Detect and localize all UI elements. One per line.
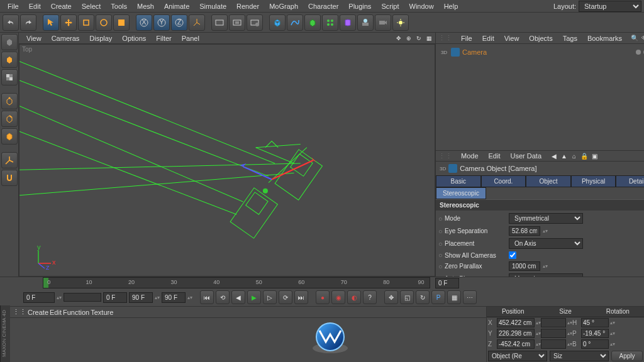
vp-menu-cameras[interactable]: Cameras (47, 33, 85, 43)
obj-menu-file[interactable]: File (457, 33, 476, 43)
object-tree[interactable]: 3D Camera (436, 44, 644, 151)
texture-mode[interactable] (1, 69, 18, 85)
grip-icon[interactable]: ⋮⋮ (438, 34, 452, 42)
tab-object[interactable]: Object (526, 175, 571, 187)
render-view[interactable] (211, 14, 228, 31)
x-axis-lock[interactable]: X (136, 14, 152, 31)
new-window-icon[interactable]: ▣ (591, 152, 598, 160)
menu-plugins[interactable]: Plugins (343, 1, 376, 11)
polygon-mode[interactable] (1, 128, 18, 145)
apply-button[interactable]: Apply (611, 351, 643, 361)
vp-layout-icon[interactable]: ▦ (425, 35, 433, 42)
obj-menu-bookmarks[interactable]: Bookmarks (584, 33, 626, 43)
menu-simulate[interactable]: Simulate (194, 1, 231, 11)
tab-stereoscopic[interactable]: Stereoscopic (436, 187, 486, 199)
vp-zoom-icon[interactable]: ⊕ (405, 35, 413, 42)
play-button[interactable]: ▶ (247, 290, 261, 304)
add-array[interactable] (322, 14, 338, 31)
tab-basic[interactable]: Basic (436, 175, 481, 187)
scale-tool[interactable] (78, 14, 94, 31)
key-scale-button[interactable]: ◱ (400, 290, 414, 304)
move-tool[interactable] (60, 14, 77, 31)
viewport-3d[interactable]: Top (19, 44, 435, 277)
field-auto-planes[interactable]: Manual (509, 273, 583, 277)
mat-menu-create[interactable]: Create (28, 309, 48, 316)
edge-mode[interactable] (1, 111, 18, 127)
vp-menu-display[interactable]: Display (84, 33, 117, 43)
make-editable[interactable] (1, 34, 18, 50)
menu-mograph[interactable]: MoGraph (264, 1, 303, 11)
undo-button[interactable] (3, 14, 19, 31)
key-pla-button[interactable]: ▦ (447, 290, 461, 304)
mat-menu-function[interactable]: Function (63, 309, 89, 316)
pos-x-field[interactable] (497, 318, 535, 327)
field-show-all-cameras[interactable] (509, 251, 516, 259)
obj-menu-view[interactable]: View (501, 33, 523, 43)
obj-menu-tags[interactable]: Tags (559, 33, 581, 43)
end-frame-field[interactable] (129, 292, 153, 303)
vp-menu-filter[interactable]: Filter (151, 33, 176, 43)
range-scrubber[interactable] (64, 293, 101, 302)
keyframe-sel-button[interactable]: ◐ (347, 290, 361, 304)
nav-home-icon[interactable]: ⌂ (570, 152, 578, 160)
next-frame-button[interactable]: ▷ (263, 290, 277, 304)
vp-rotate-icon[interactable]: ↻ (415, 35, 423, 42)
record-button[interactable]: ● (316, 290, 330, 304)
key-rot-button[interactable]: ↻ (416, 290, 430, 304)
object-name[interactable]: Camera (462, 48, 487, 56)
snap-toggle[interactable] (1, 170, 18, 186)
y-axis-lock[interactable]: Y (153, 14, 170, 31)
vp-menu-panel[interactable]: Panel (177, 33, 204, 43)
mat-menu-edit[interactable]: Edit (50, 309, 62, 316)
menu-tools[interactable]: Tools (106, 1, 132, 11)
select-tool[interactable] (43, 14, 59, 31)
vp-menu-view[interactable]: View (21, 33, 47, 43)
tab-coord[interactable]: Coord. (481, 175, 526, 187)
visibility-editor-dot[interactable] (636, 50, 641, 55)
frame-display[interactable] (435, 278, 459, 288)
model-mode[interactable] (1, 52, 18, 68)
coord-mode-select[interactable]: Object (Re (488, 351, 547, 361)
add-environment[interactable] (357, 14, 374, 31)
field-placement[interactable]: On Axis (509, 238, 583, 249)
layout-select[interactable]: Startup (579, 1, 641, 12)
last-tool[interactable] (113, 14, 130, 31)
eye-icon[interactable]: 👁 (641, 35, 644, 42)
vp-menu-options[interactable]: Options (117, 33, 151, 43)
add-nurbs[interactable] (304, 14, 321, 31)
add-cube[interactable] (269, 14, 286, 31)
axis-mode[interactable] (1, 152, 18, 168)
redo-button[interactable] (20, 14, 36, 31)
render-settings[interactable] (247, 14, 263, 31)
point-mode[interactable] (1, 93, 18, 109)
start-frame-field[interactable] (23, 292, 55, 303)
attr-menu-edit[interactable]: Edit (485, 151, 504, 161)
tab-details[interactable]: Details (616, 175, 644, 187)
rot-p-field[interactable] (581, 329, 609, 338)
help-button[interactable]: ? (363, 290, 377, 304)
size-mode-select[interactable]: Siz (550, 351, 609, 361)
rotate-tool[interactable] (96, 14, 112, 31)
coord-system[interactable] (189, 14, 205, 31)
menu-select[interactable]: Select (77, 1, 106, 11)
key-options-button[interactable]: ⋯ (463, 290, 477, 304)
size-z-field[interactable] (541, 339, 566, 349)
menu-create[interactable]: Create (46, 1, 77, 11)
z-axis-lock[interactable]: Z (171, 14, 187, 31)
size-x-field[interactable] (541, 318, 566, 327)
obj-menu-objects[interactable]: Objects (525, 33, 556, 43)
nav-up-icon[interactable]: ▲ (560, 152, 568, 160)
prev-frame-button[interactable]: ◀ (231, 290, 245, 304)
prev-key-button[interactable]: ⟲ (216, 290, 230, 304)
vp-pan-icon[interactable]: ✥ (395, 35, 402, 42)
pos-z-field[interactable] (497, 339, 535, 349)
menu-edit[interactable]: Edit (24, 1, 46, 11)
autokey-button[interactable]: ◉ (331, 290, 345, 304)
key-param-button[interactable]: P (431, 290, 445, 304)
object-row-camera[interactable]: 3D Camera (438, 47, 644, 58)
field-zero-parallax[interactable] (509, 261, 540, 271)
search-icon[interactable]: 🔍 (631, 35, 638, 42)
attr-menu-userdata[interactable]: User Data (507, 151, 546, 161)
field-eye-separation[interactable] (509, 226, 540, 236)
key-pos-button[interactable]: ✥ (384, 290, 398, 304)
